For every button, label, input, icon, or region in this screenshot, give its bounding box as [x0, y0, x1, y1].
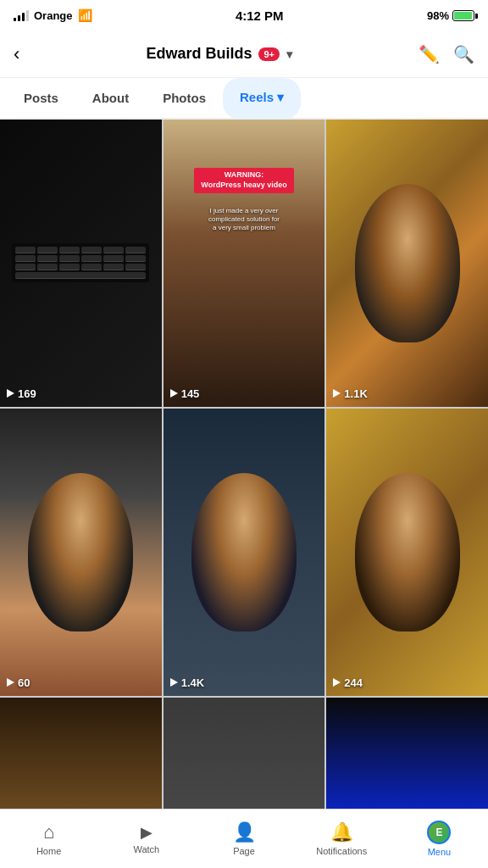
header-center: Edward Builds 9+ ▾ — [146, 45, 292, 63]
status-bar: Orange 📶 4:12 PM 98% — [0, 0, 488, 31]
nav-page[interactable]: 👤 Page — [195, 810, 292, 868]
back-button[interactable]: ‹ — [14, 43, 19, 65]
nav-watch-label: Watch — [133, 844, 159, 854]
reels-grid: 169 WARNING:WordPress heavy video I just… — [0, 120, 488, 868]
warning-banner: WARNING:WordPress heavy video — [194, 168, 293, 192]
reel-count: 60 — [7, 676, 30, 689]
keyboard-visual — [12, 243, 149, 282]
main-content: Posts About Photos Reels ▾ 169 — [0, 78, 488, 868]
reel-count: 1.4K — [170, 676, 204, 689]
reel-content — [0, 409, 162, 696]
reel-content: WARNING:WordPress heavy video I just mad… — [164, 120, 325, 407]
notification-badge: 9+ — [258, 47, 280, 61]
play-icon — [333, 389, 341, 398]
dropdown-arrow-icon[interactable]: ▾ — [286, 47, 292, 61]
reel-content — [0, 120, 162, 407]
page-title: Edward Builds — [146, 45, 252, 63]
wifi-icon: 📶 — [78, 8, 92, 22]
header: ‹ Edward Builds 9+ ▾ ✏️ 🔍 — [0, 31, 488, 78]
reel-content — [164, 409, 325, 696]
reel-count: 244 — [333, 676, 363, 689]
reel-content — [326, 409, 488, 696]
reel-item[interactable]: 244 — [326, 409, 488, 696]
play-icon — [7, 389, 14, 398]
play-icon — [7, 678, 14, 687]
battery-icon — [452, 10, 474, 21]
reel-item[interactable]: 169 — [0, 120, 162, 407]
tab-posts[interactable]: Posts — [7, 79, 75, 120]
carrier-label: Orange — [34, 9, 73, 22]
search-icon[interactable]: 🔍 — [453, 44, 474, 64]
reel-caption: I just made a very overcomplicated solut… — [203, 207, 285, 233]
play-icon — [333, 678, 341, 687]
person-silhouette — [191, 473, 297, 631]
status-left: Orange 📶 — [14, 8, 92, 22]
home-icon: ⌂ — [43, 821, 54, 843]
signal-icon — [14, 10, 29, 21]
nav-watch[interactable]: ▶ Watch — [97, 810, 195, 868]
person-silhouette — [355, 184, 460, 342]
reel-count: 169 — [7, 387, 36, 400]
nav-home-label: Home — [36, 846, 61, 856]
page-icon: 👤 — [233, 821, 256, 843]
reel-item[interactable]: 60 — [0, 409, 162, 696]
nav-notifications-label: Notifications — [316, 846, 367, 856]
play-icon — [170, 389, 178, 398]
nav-menu-label: Menu — [428, 847, 452, 857]
reel-item[interactable]: WARNING:WordPress heavy video I just mad… — [164, 120, 325, 407]
tab-reels[interactable]: Reels ▾ — [223, 78, 301, 120]
nav-home[interactable]: ⌂ Home — [0, 810, 97, 868]
header-right: ✏️ 🔍 — [419, 44, 474, 64]
reel-count: 1.1K — [333, 387, 367, 400]
person-silhouette — [355, 473, 460, 631]
tabs-bar: Posts About Photos Reels ▾ — [0, 78, 488, 120]
watch-icon: ▶ — [141, 823, 152, 842]
edit-icon[interactable]: ✏️ — [419, 44, 440, 64]
person-silhouette — [28, 473, 133, 631]
reel-count: 145 — [170, 387, 200, 400]
status-right: 98% — [427, 9, 474, 22]
reel-item[interactable]: 1.1K — [326, 120, 488, 407]
time-display: 4:12 PM — [236, 8, 284, 23]
nav-menu[interactable]: E Menu — [391, 810, 488, 868]
key — [15, 247, 36, 253]
reel-item[interactable]: 1.4K — [164, 409, 325, 696]
notifications-icon: 🔔 — [330, 821, 353, 843]
avatar: E — [427, 821, 451, 844]
play-icon — [170, 678, 178, 687]
tab-photos[interactable]: Photos — [146, 79, 223, 120]
nav-page-label: Page — [233, 846, 255, 856]
nav-notifications[interactable]: 🔔 Notifications — [293, 810, 391, 868]
bottom-nav: ⌂ Home ▶ Watch 👤 Page 🔔 Notifications E … — [0, 809, 488, 868]
tab-about[interactable]: About — [75, 79, 146, 120]
reel-content — [326, 120, 488, 407]
battery-percent: 98% — [427, 9, 449, 22]
